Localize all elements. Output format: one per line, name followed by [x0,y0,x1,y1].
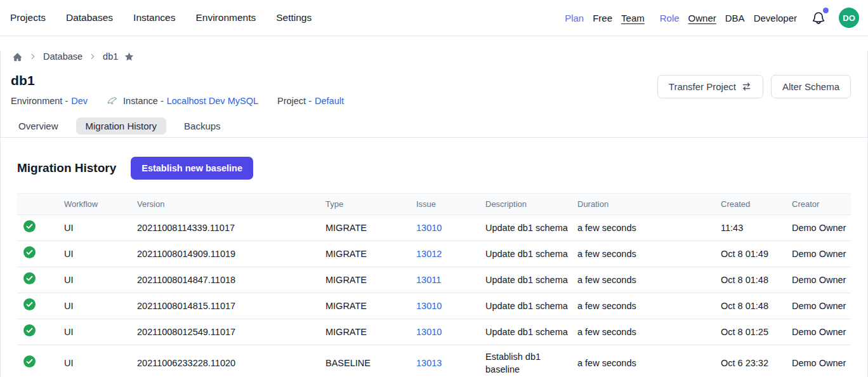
instance-label: Instance - [123,96,164,106]
col-status [17,194,62,215]
table-row: UI 20211008114339.11017 MIGRATE 13010 Up… [17,215,851,241]
transfer-arrows-icon [741,81,752,92]
cell-duration: a few seconds [575,319,718,345]
cell-description: Update db1 schema [483,293,575,319]
issue-link[interactable]: 13012 [416,249,442,259]
cell-description: Establish db1 baseline [483,345,575,377]
cell-workflow: UI [62,215,135,241]
nav-item-instances[interactable]: Instances [133,12,175,23]
cell-duration: a few seconds [575,345,718,377]
transfer-project-label: Transfer Project [669,81,736,92]
success-check-icon [23,355,36,367]
nav-item-environments[interactable]: Environments [195,12,256,23]
role-option-owner[interactable]: Owner [688,13,716,23]
nav-item-databases[interactable]: Databases [66,12,113,23]
plan-label: Plan [565,13,584,23]
project-label: Project - [277,96,312,106]
cell-description: Update db1 schema [483,319,575,345]
cell-created: Oct 8 01:25 [718,319,789,345]
cell-creator: Demo Owner [789,267,851,293]
table-row: UI 20211008014909.11019 MIGRATE 13012 Up… [17,241,851,267]
cell-type: MIGRATE [323,215,414,241]
breadcrumb-database[interactable]: Database [43,51,82,62]
cell-creator: Demo Owner [789,293,851,319]
cell-creator: Demo Owner [789,345,851,377]
col-issue: Issue [414,194,483,215]
alter-schema-button[interactable]: Alter Schema [771,75,851,98]
cell-workflow: UI [62,241,135,267]
establish-baseline-button[interactable]: Establish new baseline [131,157,253,180]
success-check-icon [23,246,36,258]
col-description: Description [483,194,575,215]
cell-type: MIGRATE [323,319,414,345]
cell-version: 20211008014909.11019 [135,241,323,267]
table-header-row: Workflow Version Type Issue Description … [17,194,851,215]
cell-version: 20211006233228.11020 [135,345,323,377]
role-option-developer[interactable]: Developer [754,13,797,23]
plan-option-team[interactable]: Team [621,13,645,23]
cell-type: BASELINE [323,345,414,377]
issue-link[interactable]: 13013 [416,358,442,368]
page-header: db1 Environment - Dev Instance - Localho… [1,73,867,107]
cell-type: MIGRATE [323,293,414,319]
cell-created: Oct 8 01:48 [718,267,789,293]
cell-duration: a few seconds [575,215,718,241]
instance-link[interactable]: Localhost Dev MySQL [167,96,258,106]
project-link[interactable]: Default [315,96,344,106]
col-created: Created [718,194,789,215]
issue-link[interactable]: 13010 [416,301,442,311]
page-title: db1 [11,73,344,88]
main-content: Database db1 db1 Environment - Dev [0,50,868,377]
tab-bar: Overview Migration History Backups [1,117,867,135]
cell-created: 11:43 [718,215,789,241]
col-workflow: Workflow [62,194,135,215]
cell-description: Update db1 schema [483,241,575,267]
home-icon[interactable] [12,51,23,62]
notification-dot [823,8,829,13]
table-row: UI 20211008014815.11017 MIGRATE 13010 Up… [17,293,851,319]
issue-link[interactable]: 13011 [416,275,441,285]
tab-divider [1,137,867,138]
table-row: UI 20211008012549.11017 MIGRATE 13010 Up… [17,319,851,345]
role-option-dba[interactable]: DBA [725,13,745,23]
cell-description: Update db1 schema [483,215,575,241]
plan-option-free[interactable]: Free [593,13,612,23]
cell-version: 20211008012549.11017 [135,319,323,345]
top-nav: Projects Databases Instances Environment… [0,0,868,36]
nav-item-projects[interactable]: Projects [10,12,46,23]
mysql-dolphin-icon [107,95,118,107]
success-check-icon [23,298,36,310]
cell-type: MIGRATE [323,241,414,267]
section-title: Migration History [17,161,116,175]
header-actions: Transfer Project Alter Schema [657,75,851,98]
tab-migration-history[interactable]: Migration History [76,117,167,135]
cell-duration: a few seconds [575,293,718,319]
transfer-project-button[interactable]: Transfer Project [657,75,763,98]
nav-right-cluster: Plan Free Team Role Owner DBA Developer … [565,8,859,28]
col-version: Version [135,194,323,215]
tab-backups[interactable]: Backups [183,117,222,135]
cell-created: Oct 8 01:48 [718,293,789,319]
environment-link[interactable]: Dev [71,96,88,106]
success-check-icon [23,272,36,284]
issue-link[interactable]: 13010 [416,223,442,233]
issue-link[interactable]: 13010 [416,327,442,337]
table-row: UI 20211008014847.11018 MIGRATE 13011 Up… [17,267,851,293]
bell-icon [811,11,826,26]
nav-item-settings[interactable]: Settings [276,12,312,23]
cell-workflow: UI [62,319,135,345]
table-row: UI 20211006233228.11020 BASELINE 13013 E… [17,345,851,377]
favorite-star-icon[interactable] [124,51,135,62]
section-header: Migration History Establish new baseline [1,157,867,180]
cell-creator: Demo Owner [789,215,851,241]
cell-duration: a few seconds [575,267,718,293]
notifications-button[interactable] [811,10,827,26]
avatar[interactable]: DO [839,8,859,28]
cell-created: Oct 8 01:49 [718,241,789,267]
cell-creator: Demo Owner [789,319,851,345]
col-type: Type [323,194,414,215]
environment-label: Environment - [11,96,68,106]
tab-overview[interactable]: Overview [17,117,60,135]
breadcrumb: Database db1 [1,50,867,63]
col-duration: Duration [575,194,718,215]
